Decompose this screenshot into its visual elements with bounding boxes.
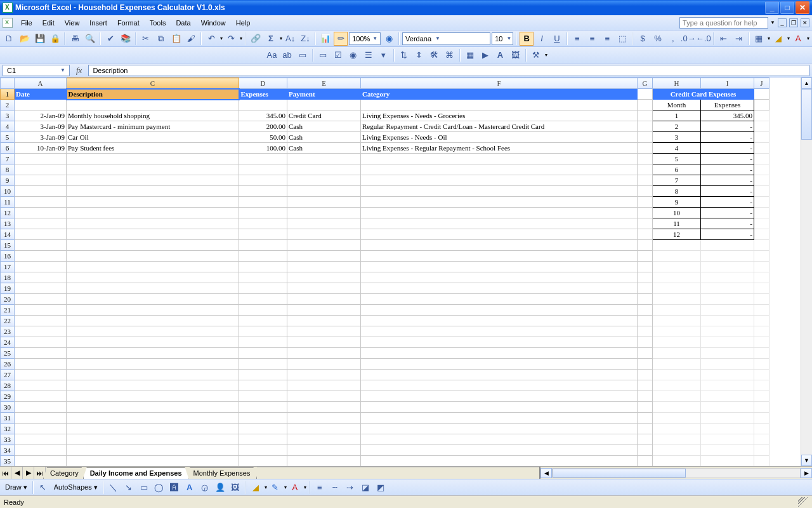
cell-I28[interactable] [701, 380, 754, 391]
cell-D31[interactable] [239, 413, 287, 424]
cell-A4[interactable]: 3-Jan-09 [15, 121, 67, 132]
merge-center-icon[interactable]: ⬚ [615, 32, 629, 46]
cell-G19[interactable] [638, 283, 653, 294]
menu-window[interactable]: Window [197, 18, 230, 28]
fontcolor-dropdown-icon[interactable]: ▾ [807, 36, 809, 41]
cell-C35[interactable] [67, 456, 239, 467]
permission-icon[interactable]: 🔒 [48, 32, 62, 46]
cell-E33[interactable] [287, 434, 361, 445]
menu-file[interactable]: File [16, 18, 37, 28]
cell-E21[interactable] [287, 305, 361, 316]
cc-month-6[interactable]: 6 [653, 164, 701, 175]
cell-I32[interactable] [701, 424, 754, 434]
cell-F34[interactable] [361, 445, 638, 456]
cc-month-8[interactable]: 8 [653, 186, 701, 197]
menu-help[interactable]: Help [232, 18, 255, 28]
row-header-4[interactable]: 4 [1, 121, 15, 132]
run-dialog-icon[interactable]: ▶ [478, 48, 492, 62]
cell-E1[interactable]: Payment [287, 89, 361, 100]
cell-G29[interactable] [638, 391, 653, 402]
cell-A23[interactable] [15, 326, 67, 337]
cell-F32[interactable] [361, 424, 638, 434]
row-header-35[interactable]: 35 [1, 456, 15, 467]
cell-A28[interactable] [15, 380, 67, 391]
cc-value-4[interactable]: - [701, 143, 754, 154]
cell-A21[interactable] [15, 305, 67, 316]
cell-D34[interactable] [239, 445, 287, 456]
wordart-icon[interactable]: A [183, 481, 197, 495]
cell-C22[interactable] [67, 316, 239, 326]
help-search-input[interactable] [679, 17, 768, 29]
comma-icon[interactable]: , [666, 32, 680, 46]
maximize-button[interactable]: □ [780, 1, 794, 14]
row-header-5[interactable]: 5 [1, 132, 15, 143]
menu-view[interactable]: View [60, 18, 84, 28]
cell-A7[interactable] [15, 154, 67, 164]
font-name-combo[interactable]: Verdana▼ [402, 32, 490, 45]
cell-F27[interactable] [361, 370, 638, 380]
cell-J7[interactable] [754, 154, 769, 164]
cell-F22[interactable] [361, 316, 638, 326]
cc-value-10[interactable]: - [701, 208, 754, 218]
row-header-33[interactable]: 33 [1, 434, 15, 445]
cell-C19[interactable] [67, 283, 239, 294]
fill-color-icon[interactable]: ◢ [771, 32, 785, 46]
cell-D20[interactable] [239, 294, 287, 305]
cell-J33[interactable] [754, 434, 769, 445]
code-icon[interactable]: ⌘ [443, 48, 457, 62]
row-header-23[interactable]: 23 [1, 326, 15, 337]
cell-E12[interactable] [287, 208, 361, 218]
cell-A18[interactable] [15, 272, 67, 283]
cell-G5[interactable] [638, 132, 653, 143]
line-color-dropdown-icon[interactable]: ▾ [284, 485, 287, 490]
cell-G23[interactable] [638, 326, 653, 337]
help-icon[interactable]: ◉ [382, 32, 396, 46]
autosum-dropdown-icon[interactable]: ▾ [280, 36, 282, 41]
cell-E3[interactable]: Credit Card [287, 110, 361, 121]
menu-edit[interactable]: Edit [38, 18, 59, 28]
cell-D21[interactable] [239, 305, 287, 316]
cell-H29[interactable] [653, 391, 701, 402]
cell-H35[interactable] [653, 456, 701, 467]
row-header-30[interactable]: 30 [1, 402, 15, 413]
cell-F3[interactable]: Living Expenses - Needs - Groceries [361, 110, 638, 121]
cell-E23[interactable] [287, 326, 361, 337]
cell-I35[interactable] [701, 456, 754, 467]
italic-button[interactable]: I [535, 32, 549, 46]
cell-G3[interactable] [638, 110, 653, 121]
cell-F29[interactable] [361, 391, 638, 402]
cell-J3[interactable] [754, 110, 769, 121]
cell-C33[interactable] [67, 434, 239, 445]
cell-H27[interactable] [653, 370, 701, 380]
cell-D4[interactable]: 200.00 [239, 121, 287, 132]
cc-col-month[interactable]: Month [653, 100, 701, 110]
cell-A14[interactable] [15, 229, 67, 240]
cell-E31[interactable] [287, 413, 361, 424]
save-icon[interactable]: 💾 [33, 32, 47, 46]
cell-G11[interactable] [638, 197, 653, 208]
cell-E34[interactable] [287, 445, 361, 456]
cc-month-9[interactable]: 9 [653, 197, 701, 208]
cc-value-8[interactable]: - [701, 186, 754, 197]
checkbox-tool-icon[interactable]: ☑ [331, 48, 345, 62]
cell-I16[interactable] [701, 251, 754, 262]
undo-dropdown-icon[interactable]: ▾ [220, 36, 223, 41]
cc-value-7[interactable]: - [701, 175, 754, 186]
cell-J19[interactable] [754, 283, 769, 294]
cell[interactable] [754, 100, 769, 110]
cc-title[interactable]: Credit Card Expenses [653, 89, 754, 100]
chart-wizard-icon[interactable]: 📊 [318, 32, 332, 46]
cell-C27[interactable] [67, 370, 239, 380]
image-tool-icon[interactable]: 🖼 [509, 48, 523, 62]
font-size-combo[interactable]: 10▼ [492, 32, 513, 45]
cell[interactable] [239, 100, 287, 110]
cell-H20[interactable] [653, 294, 701, 305]
cell-C9[interactable] [67, 175, 239, 186]
cell-A6[interactable]: 10-Jan-09 [15, 143, 67, 154]
row-header-31[interactable]: 31 [1, 413, 15, 424]
cell-G17[interactable] [638, 262, 653, 272]
cell-F16[interactable] [361, 251, 638, 262]
format-painter-icon[interactable]: 🖌 [184, 32, 198, 46]
cell-F8[interactable] [361, 164, 638, 175]
cell-A32[interactable] [15, 424, 67, 434]
